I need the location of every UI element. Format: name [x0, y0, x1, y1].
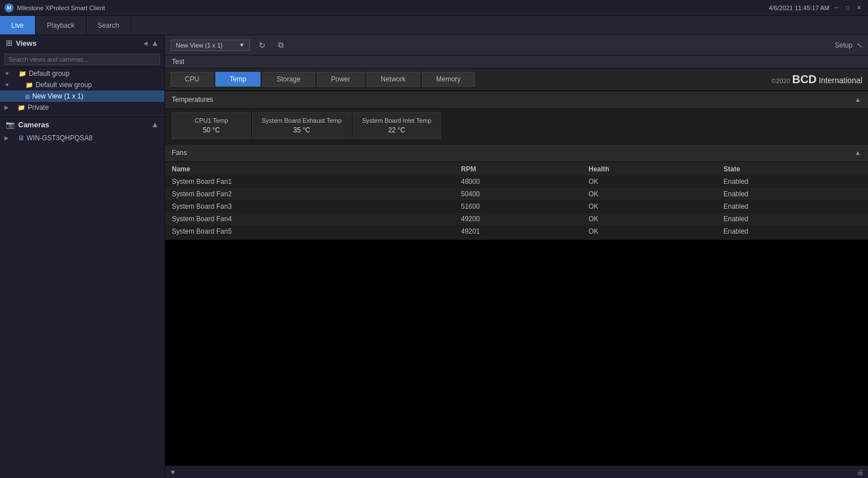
- scroll-down-button[interactable]: ▼: [170, 468, 176, 476]
- datetime-display: 4/6/2021 11:45:17 AM: [769, 5, 830, 11]
- col-header-state: State: [717, 163, 868, 175]
- tree-item-camera[interactable]: ▶ 🖥 WIN-GST3QHPQSA8: [0, 132, 164, 144]
- cameras-section: 📷 Cameras ▲ ▶ 🖥 WIN-GST3QHPQSA8: [0, 116, 164, 144]
- cell-health: OK: [581, 175, 717, 188]
- print-button[interactable]: 🖨: [857, 468, 863, 476]
- tabs-row: CPU Temp Storage Power Network Memory ©2…: [165, 68, 868, 91]
- titlebar-left: M Milestone XProtect Smart Client: [5, 3, 105, 12]
- expand-arrow: ▶: [5, 135, 8, 141]
- tree-item-default-group[interactable]: ▼ 📁 Default group: [0, 68, 164, 79]
- setup-button[interactable]: Setup ⤡: [835, 41, 862, 49]
- bottom-bar: ▼ 🖨: [165, 466, 868, 478]
- panel: Test CPU Temp Storage Power Network Memo…: [165, 55, 868, 478]
- temp-card-cpu1: CPU1 Temp 50 °C: [172, 112, 251, 139]
- tab-temp[interactable]: Temp: [215, 72, 260, 87]
- temp-card-exhaust: System Board Exhaust Temp 35 °C: [252, 112, 351, 139]
- view-icon: ▦: [25, 93, 30, 100]
- cell-health: OK: [581, 213, 717, 225]
- maximize-button[interactable]: □: [843, 3, 852, 12]
- cell-state: Enabled: [717, 200, 868, 213]
- cell-name: System Board Fan3: [165, 200, 454, 213]
- grid-icon: ⊞: [6, 38, 12, 48]
- cell-name: System Board Fan4: [165, 213, 454, 225]
- tab-network[interactable]: Network: [367, 72, 420, 87]
- temperatures-title: Temperatures: [172, 96, 213, 104]
- cameras-title: 📷 Cameras: [6, 120, 49, 129]
- title-bar: M Milestone XProtect Smart Client 4/6/20…: [0, 0, 868, 16]
- sidebar-header: ⊞ Views ◂ ▲: [0, 35, 164, 51]
- expand-arrow: ▶: [5, 105, 8, 110]
- tree-item-new-view[interactable]: ▦ New View (1 x 1): [0, 91, 164, 102]
- temp-label-inlet: System Board Inlet Temp: [362, 117, 432, 124]
- tab-search[interactable]: Search: [86, 16, 131, 35]
- temperatures-expand-icon[interactable]: ▲: [854, 96, 861, 104]
- table-row: System Board Fan449200OKEnabled: [165, 213, 868, 225]
- table-row: System Board Fan148000OKEnabled: [165, 175, 868, 188]
- temp-value-inlet: 22 °C: [388, 126, 405, 134]
- cell-health: OK: [581, 188, 717, 200]
- fans-expand-icon[interactable]: ▲: [854, 149, 861, 157]
- temperatures-section-header: Temperatures ▲: [165, 92, 868, 107]
- cell-rpm: 51600: [454, 200, 582, 213]
- temps-grid: CPU1 Temp 50 °C System Board Exhaust Tem…: [172, 112, 861, 139]
- tab-cpu[interactable]: CPU: [171, 72, 213, 87]
- tab-live[interactable]: Live: [0, 16, 36, 35]
- folder-icon: 📁: [25, 81, 33, 89]
- panel-title: Test: [165, 55, 868, 68]
- tab-memory[interactable]: Memory: [422, 72, 475, 87]
- fans-section-header: Fans ▲: [165, 145, 868, 161]
- cell-health: OK: [581, 200, 717, 213]
- app-title: Milestone XProtect Smart Client: [17, 5, 105, 11]
- table-row: System Board Fan549201OKEnabled: [165, 225, 868, 238]
- tab-storage[interactable]: Storage: [263, 72, 315, 87]
- tab-power[interactable]: Power: [317, 72, 364, 87]
- cell-state: Enabled: [717, 188, 868, 200]
- sidebar-title: ⊞ Views: [6, 38, 37, 48]
- col-header-rpm: RPM: [454, 163, 582, 175]
- folder-icon: 📁: [19, 70, 27, 77]
- bcd-logo: ©2020 BCD International: [771, 73, 862, 86]
- temp-label-exhaust: System Board Exhaust Temp: [262, 117, 342, 124]
- view-selector[interactable]: New View (1 x 1) ▼: [171, 40, 250, 51]
- tab-playback[interactable]: Playback: [36, 16, 86, 35]
- temp-label-cpu1: CPU1 Temp: [194, 117, 228, 124]
- expand-arrow: ▼: [5, 82, 10, 88]
- nav-bar: Live Playback Search: [0, 16, 868, 35]
- cameras-header: 📷 Cameras ▲: [0, 117, 164, 132]
- cell-health: OK: [581, 225, 717, 238]
- tree-item-default-view-group[interactable]: ▼ 📁 Default view group: [0, 79, 164, 91]
- toolbar: New View (1 x 1) ▼ ↻ ⧉ Setup ⤡: [165, 35, 868, 55]
- sidebar-search-bar: [0, 51, 164, 68]
- tree-item-private[interactable]: ▶ 📁 Private: [0, 102, 164, 113]
- cell-rpm: 49201: [454, 225, 582, 238]
- search-input[interactable]: [5, 54, 160, 65]
- cameras-collapse-button[interactable]: ▲: [151, 120, 159, 129]
- temperatures-content: CPU1 Temp 50 °C System Board Exhaust Tem…: [165, 107, 868, 144]
- dropdown-arrow-icon: ▼: [239, 42, 245, 48]
- main-layout: ⊞ Views ◂ ▲ ▼ 📁 Default group ▼: [0, 35, 868, 478]
- temp-value-cpu1: 50 °C: [203, 126, 220, 134]
- minimize-button[interactable]: ─: [832, 3, 841, 12]
- sidebar: ⊞ Views ◂ ▲ ▼ 📁 Default group ▼: [0, 35, 165, 478]
- cell-state: Enabled: [717, 175, 868, 188]
- collapse-sidebar-button[interactable]: ◂: [144, 38, 147, 48]
- titlebar-right: 4/6/2021 11:45:17 AM ─ □ ✕: [769, 3, 863, 12]
- temp-card-inlet: System Board Inlet Temp 22 °C: [353, 112, 441, 139]
- col-header-health: Health: [581, 163, 717, 175]
- fans-content: Name RPM Health State System Board Fan14…: [165, 161, 868, 240]
- cell-rpm: 48000: [454, 175, 582, 188]
- refresh-button[interactable]: ↻: [255, 40, 269, 51]
- camera-device-icon: 🖥: [18, 134, 24, 142]
- cell-rpm: 49200: [454, 213, 582, 225]
- cell-name: System Board Fan1: [165, 175, 454, 188]
- app-logo: M: [5, 3, 14, 12]
- copy-button[interactable]: ⧉: [275, 39, 287, 51]
- camera-icon: 📷: [6, 120, 15, 129]
- close-button[interactable]: ✕: [854, 3, 863, 12]
- col-header-name: Name: [165, 163, 454, 175]
- views-collapse-button[interactable]: ▲: [151, 38, 159, 48]
- fans-title: Fans: [172, 149, 187, 157]
- tree-view: ▼ 📁 Default group ▼ 📁 Default view group…: [0, 68, 164, 113]
- cell-state: Enabled: [717, 225, 868, 238]
- expand-arrow: ▼: [5, 71, 10, 76]
